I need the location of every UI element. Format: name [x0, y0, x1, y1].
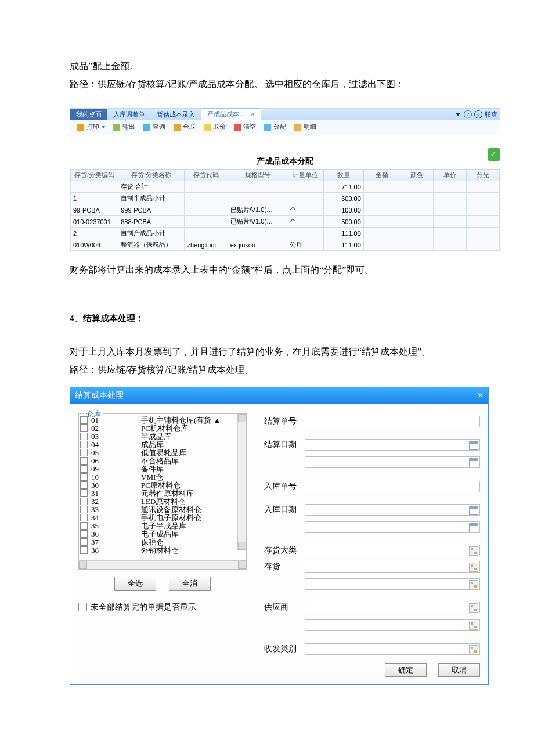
- table-cell: [466, 239, 499, 251]
- clear-button[interactable]: 清空: [230, 121, 259, 132]
- warehouse-item[interactable]: 09备件库: [80, 465, 245, 473]
- lookup-icon[interactable]: [469, 603, 478, 613]
- input-inv-to[interactable]: [305, 578, 480, 590]
- scroll-up-icon[interactable]: [238, 414, 246, 422]
- allocate-button[interactable]: 分配: [261, 121, 290, 132]
- input-settle-date-from[interactable]: [305, 439, 480, 451]
- table-row[interactable]: 010-0237001888-PCBA已贴片/V1.0(…个500.00: [71, 216, 500, 228]
- dropdown-icon[interactable]: [456, 113, 460, 116]
- warehouse-item[interactable]: 31元器件原材料库: [80, 489, 245, 498]
- warehouse-item[interactable]: 03半成品库: [80, 433, 245, 441]
- section-4-body: 对于上月入库本月发票到了，并且进行了结算的业务，在月底需要进行“结算成本处理”。…: [70, 344, 464, 377]
- scrollbar-horizontal[interactable]: [79, 560, 246, 569]
- dialog-close-icon[interactable]: ×: [478, 390, 484, 402]
- input-inv-cat[interactable]: [305, 545, 480, 556]
- col-color[interactable]: 颜色: [400, 170, 433, 181]
- show-unfinished-checkbox[interactable]: 未全部结算完的单据是否显示: [78, 602, 247, 613]
- tab-desktop[interactable]: 我的桌面: [70, 109, 107, 120]
- selectall-button[interactable]: 全取: [170, 121, 199, 132]
- calendar-icon[interactable]: [469, 506, 478, 515]
- scroll-down-icon[interactable]: [238, 542, 246, 550]
- allocate-icon: [264, 124, 271, 131]
- warehouse-item[interactable]: 33通讯设备原材料仓: [80, 506, 245, 514]
- tab-alloc[interactable]: 产成品成本… ×: [201, 108, 261, 120]
- warehouse-item[interactable]: 30PC原材料仓: [80, 481, 245, 489]
- input-inv-from[interactable]: [305, 561, 480, 573]
- detail-button[interactable]: 明细: [291, 121, 320, 132]
- calendar-icon[interactable]: [469, 458, 478, 467]
- input-rdcls[interactable]: [305, 643, 480, 655]
- warehouse-item[interactable]: 10VMI仓: [80, 473, 245, 481]
- search-icon[interactable]: ⌕: [474, 110, 482, 118]
- warehouse-item[interactable]: 04成品库: [80, 441, 245, 449]
- table-cell: [466, 181, 499, 193]
- warehouse-item[interactable]: 34手机电子原材料仓: [80, 514, 245, 522]
- col-qty[interactable]: 数量: [324, 170, 364, 181]
- select-all-button[interactable]: 全选: [114, 577, 156, 591]
- col-bin[interactable]: 分光: [466, 170, 499, 181]
- input-in-date-to[interactable]: [305, 521, 480, 533]
- table-row[interactable]: 010W004整流器（保税品）zhengliuqiex jinkou公斤111.…: [71, 239, 500, 251]
- select-none-button[interactable]: 全消: [169, 577, 211, 591]
- lookup-icon[interactable]: [469, 546, 478, 556]
- col-amt[interactable]: 金额: [363, 170, 400, 181]
- doc-line: 对于上月入库本月发票到了，并且进行了结算的业务，在月底需要进行“结算成本处理”。: [70, 344, 464, 359]
- lookup-icon[interactable]: [469, 645, 478, 654]
- input-supplier-from[interactable]: [305, 602, 480, 613]
- input-settle-date-to[interactable]: [305, 456, 480, 468]
- warehouse-item[interactable]: 01手机主辅料仓库(有货 ▲: [80, 416, 245, 424]
- label-supplier: 供应商: [264, 602, 305, 613]
- col-price[interactable]: 单价: [433, 170, 466, 181]
- cancel-button[interactable]: 取消: [438, 663, 480, 677]
- lookup-icon[interactable]: [469, 580, 478, 589]
- warehouse-item[interactable]: 32LED原材料仓: [80, 498, 245, 506]
- input-in-no[interactable]: [305, 481, 480, 492]
- scrollbar-vertical[interactable]: [237, 414, 246, 550]
- input-in-date-from[interactable]: [305, 504, 480, 516]
- table-cell: 111.00: [324, 228, 364, 239]
- status-ok-icon: [488, 148, 500, 161]
- warehouse-item[interactable]: 05低值易耗品库: [80, 449, 245, 457]
- warehouse-item[interactable]: 37保税仓: [80, 538, 245, 546]
- export-button[interactable]: 输出: [110, 121, 139, 132]
- tab-adjust[interactable]: 入库调整单: [107, 109, 151, 120]
- warehouse-list[interactable]: 01手机主辅料仓库(有货 ▲02PC机材料仓库03半成品库04成品库05低值易耗…: [79, 414, 246, 560]
- table-row[interactable]: 1自制半成品小计600.00: [71, 193, 500, 204]
- table-cell: [363, 228, 400, 239]
- query-button[interactable]: 查询: [140, 121, 169, 132]
- tab-alloc-label: 产成品成本…: [207, 110, 246, 117]
- col-code[interactable]: 存货/分类编码: [71, 170, 118, 181]
- calendar-icon[interactable]: [469, 523, 478, 532]
- ok-button[interactable]: 确定: [385, 663, 427, 677]
- scroll-left-icon[interactable]: [79, 561, 87, 569]
- col-spec[interactable]: 规格型号: [228, 170, 287, 181]
- warehouse-item[interactable]: 35电子半成品库: [80, 522, 245, 530]
- scroll-right-icon[interactable]: [238, 561, 246, 569]
- lookup-icon[interactable]: [469, 563, 478, 572]
- close-icon[interactable]: ×: [247, 110, 254, 117]
- input-settle-no[interactable]: [305, 416, 480, 427]
- print-button[interactable]: 打印: [74, 121, 109, 132]
- table-row[interactable]: 2自制产成品小计111.00: [71, 228, 500, 239]
- col-scode[interactable]: 存货代码: [185, 170, 228, 181]
- tab-estimate[interactable]: 暂估成本录入: [151, 109, 201, 120]
- warehouse-item[interactable]: 02PC机材料仓库: [80, 424, 245, 433]
- table-row[interactable]: 存货 合计711.00: [71, 181, 500, 193]
- col-name[interactable]: 存货/分类名称: [118, 170, 185, 181]
- table-cell: [185, 204, 228, 216]
- table-row[interactable]: 99-PCBA999-PCBA已贴片/V1.0(…个100.00: [71, 204, 500, 216]
- getprice-button[interactable]: 取价: [200, 121, 229, 132]
- warehouse-item[interactable]: 36电子成品库: [80, 530, 245, 538]
- table-cell: [400, 239, 433, 251]
- help-icon[interactable]: ?: [464, 110, 472, 118]
- warehouse-item[interactable]: 06不合格品库: [80, 457, 245, 465]
- calendar-icon[interactable]: [469, 441, 478, 450]
- input-supplier-to[interactable]: [305, 619, 480, 631]
- warehouse-code: 38: [90, 546, 139, 555]
- warehouse-code: 37: [90, 538, 139, 546]
- lookup-icon[interactable]: [469, 621, 478, 630]
- checkbox-icon: [80, 457, 88, 465]
- col-unit[interactable]: 计量单位: [287, 170, 324, 181]
- warehouse-name: VMI仓: [141, 473, 245, 481]
- warehouse-item[interactable]: 38外销材料仓: [80, 546, 245, 555]
